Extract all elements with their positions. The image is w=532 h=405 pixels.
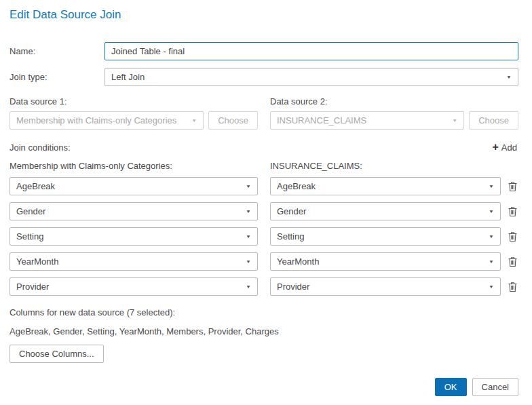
right-column-value: Gender xyxy=(277,206,306,216)
dialog-title: Edit Data Source Join xyxy=(10,8,518,22)
data-sources-section: Data source 1: Membership with Claims-on… xyxy=(10,96,518,130)
join-condition-row: AgeBreak ▼ AgeBreak ▼ xyxy=(10,177,518,195)
left-column-select[interactable]: Setting ▼ xyxy=(10,227,258,246)
columns-selected-list: AgeBreak, Gender, Setting, YearMonth, Me… xyxy=(10,326,518,336)
edit-data-source-join-dialog: Edit Data Source Join Name: Join type: L… xyxy=(0,0,532,405)
chevron-down-icon: ▼ xyxy=(489,184,494,188)
add-condition-button[interactable]: + Add xyxy=(491,140,518,154)
right-column-value: Setting xyxy=(277,231,304,242)
join-condition-row: Provider ▼ Provider ▼ xyxy=(10,277,518,296)
join-type-select[interactable]: Left Join ▼ xyxy=(104,68,518,86)
left-column-value: AgeBreak xyxy=(16,181,55,191)
data-source-1-choose-button[interactable]: Choose xyxy=(208,111,258,130)
join-type-label: Join type: xyxy=(10,72,104,82)
name-label: Name: xyxy=(10,46,104,56)
delete-condition-button[interactable] xyxy=(506,231,518,243)
left-column-select[interactable]: Provider ▼ xyxy=(10,277,258,296)
name-input[interactable] xyxy=(104,42,518,60)
chevron-down-icon: ▼ xyxy=(489,284,494,288)
left-column-value: Provider xyxy=(16,282,49,292)
data-source-1-col: Data source 1: Membership with Claims-on… xyxy=(10,96,258,130)
right-column-select[interactable]: YearMonth ▼ xyxy=(270,252,501,271)
left-table-header: Membership with Claims-only Categories: xyxy=(10,161,258,171)
chevron-down-icon: ▼ xyxy=(246,234,251,238)
data-source-1-value: Membership with Claims-only Categories xyxy=(16,115,176,126)
plus-icon: + xyxy=(493,142,499,153)
data-source-2-label: Data source 2: xyxy=(270,96,518,107)
join-type-value: Left Join xyxy=(111,72,145,82)
trash-icon xyxy=(508,256,518,267)
choose-columns-button[interactable]: Choose Columns... xyxy=(10,345,104,363)
right-column-select[interactable]: Provider ▼ xyxy=(270,277,501,296)
data-source-2-value: INSURANCE_CLAIMS xyxy=(277,115,366,126)
left-column-value: Gender xyxy=(16,206,45,216)
delete-condition-button[interactable] xyxy=(506,256,518,268)
data-source-1-select[interactable]: Membership with Claims-only Categories ▼ xyxy=(10,111,204,130)
right-column-value: YearMonth xyxy=(277,256,319,267)
name-row: Name: xyxy=(10,42,518,60)
chevron-down-icon: ▼ xyxy=(246,209,251,213)
cancel-button[interactable]: Cancel xyxy=(472,378,518,396)
condition-column-headers: Membership with Claims-only Categories: … xyxy=(10,161,518,171)
delete-condition-button[interactable] xyxy=(506,180,518,193)
chevron-down-icon: ▼ xyxy=(246,284,251,288)
trash-icon xyxy=(508,181,518,192)
join-condition-row: Gender ▼ Gender ▼ xyxy=(10,202,518,220)
chevron-down-icon: ▼ xyxy=(489,259,494,263)
trash-icon xyxy=(508,282,518,292)
add-button-label: Add xyxy=(501,142,517,153)
right-column-value: AgeBreak xyxy=(277,181,316,191)
join-conditions-label: Join conditions: xyxy=(10,142,71,153)
ok-button[interactable]: OK xyxy=(435,378,467,396)
right-column-select[interactable]: AgeBreak ▼ xyxy=(270,177,501,195)
chevron-down-icon: ▼ xyxy=(452,118,457,122)
join-condition-row: YearMonth ▼ YearMonth ▼ xyxy=(10,252,518,271)
left-column-select[interactable]: AgeBreak ▼ xyxy=(10,177,258,195)
chevron-down-icon: ▼ xyxy=(246,259,251,263)
chevron-down-icon: ▼ xyxy=(489,234,494,238)
data-source-1-label: Data source 1: xyxy=(10,96,258,107)
right-column-select[interactable]: Setting ▼ xyxy=(270,227,501,246)
left-column-select[interactable]: Gender ▼ xyxy=(10,202,258,220)
chevron-down-icon: ▼ xyxy=(506,75,512,79)
right-column-select[interactable]: Gender ▼ xyxy=(270,202,501,220)
data-source-2-select[interactable]: INSURANCE_CLAIMS ▼ xyxy=(270,111,464,130)
join-condition-row: Setting ▼ Setting ▼ xyxy=(10,227,518,246)
data-source-2-col: Data source 2: INSURANCE_CLAIMS ▼ Choose xyxy=(270,96,518,130)
right-column-value: Provider xyxy=(277,282,309,292)
join-conditions-header: Join conditions: + Add xyxy=(10,140,518,154)
trash-icon xyxy=(508,231,518,242)
delete-condition-button[interactable] xyxy=(506,281,518,293)
columns-selected-label: Columns for new data source (7 selected)… xyxy=(10,307,518,317)
delete-condition-button[interactable] xyxy=(506,206,518,218)
chevron-down-icon: ▼ xyxy=(191,118,197,122)
join-type-row: Join type: Left Join ▼ xyxy=(10,68,518,86)
left-column-value: Setting xyxy=(16,231,43,242)
right-table-header: INSURANCE_CLAIMS: xyxy=(270,161,518,171)
chevron-down-icon: ▼ xyxy=(246,184,251,188)
data-source-2-choose-button[interactable]: Choose xyxy=(469,111,518,130)
trash-icon xyxy=(508,206,518,217)
dialog-footer: OK Cancel xyxy=(435,378,518,396)
left-column-select[interactable]: YearMonth ▼ xyxy=(10,252,258,271)
left-column-value: YearMonth xyxy=(16,256,58,267)
chevron-down-icon: ▼ xyxy=(489,209,494,213)
